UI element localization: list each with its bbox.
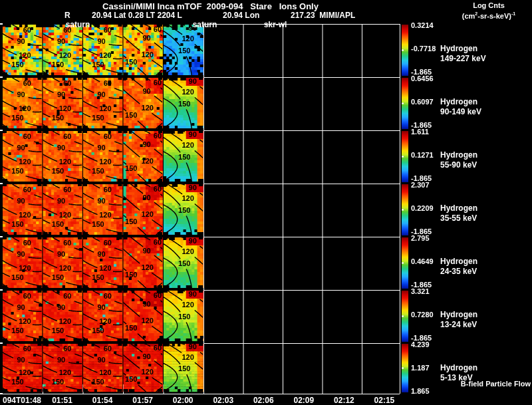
colorbar-mid-value: 1.187 <box>411 364 430 372</box>
top-axis-label: saturn <box>193 21 217 29</box>
time-tick-label: 094T01:48 <box>3 396 41 404</box>
colorbar-max-value: 0.6456 <box>411 75 434 82</box>
colorbar-max-value: 2.307 <box>411 182 430 189</box>
species-label: Hydrogen <box>440 364 477 372</box>
colorbar-max-value: 1.611 <box>411 128 429 136</box>
colorbar-mid-value: 0.2209 <box>411 205 434 212</box>
colorbar-mid-value: 0.4649 <box>411 258 434 265</box>
time-tick-label: 01:51 <box>52 396 72 404</box>
colorbar-mid-value: 0.6097 <box>411 98 434 106</box>
colorbar-max-value: 0.3214 <box>411 22 434 29</box>
time-tick-label: 02:09 <box>293 396 314 404</box>
energy-range-label: 13-24 keV <box>440 321 477 329</box>
colorbar-max-value: 2.795 <box>411 235 430 242</box>
header-orbit: 20.94 Lat 0.28 LT 2204 L <box>92 11 182 19</box>
header-misc: 217.23 MIMI/APL <box>291 11 355 19</box>
species-label: Hydrogen <box>440 311 477 319</box>
top-axis-label: skr-wl <box>264 21 287 29</box>
species-label: Hydrogen <box>440 45 477 53</box>
units-line2: (cm2-sr-s-keV)-1 <box>447 11 531 20</box>
energy-range-label: 5-13 keV <box>440 374 473 382</box>
time-tick-label: 02:15 <box>374 396 395 404</box>
energy-range-label: 90-149 keV <box>440 108 481 116</box>
cassini-mimi-display: Cassini/MIMI Inca mTOF 2009-094 Stare Io… <box>0 0 532 405</box>
colorbar-max-value: 3.321 <box>411 288 430 295</box>
time-tick-label: 02:03 <box>213 396 233 404</box>
top-axis-label: saturn <box>66 21 90 29</box>
time-tick-label: 02:06 <box>253 396 274 404</box>
species-label: Hydrogen <box>440 204 477 212</box>
time-tick-label: 02:00 <box>173 396 194 404</box>
species-label: Hydrogen <box>440 151 477 159</box>
units-line1: Log Cnts <box>459 2 519 9</box>
species-label: Hydrogen <box>440 257 477 265</box>
species-label: Hydrogen <box>440 98 477 106</box>
energy-range-label: 149-227 keV <box>440 55 486 63</box>
colorbar-min-value: 1.865 <box>411 388 430 395</box>
energy-range-label: 24-35 keV <box>440 267 477 275</box>
colorbar-mid-value: 0.1271 <box>411 152 434 159</box>
time-tick-label: 02:12 <box>334 396 354 404</box>
colorbar-mid-value: 0.7280 <box>411 311 434 319</box>
header-r-label: R <box>65 11 70 19</box>
energy-range-label: 55-90 keV <box>440 161 477 169</box>
time-tick-label: 01:54 <box>92 396 113 404</box>
colorbar-mid-value: -0.7718 <box>411 45 436 53</box>
plot-title: Cassini/MIMI Inca mTOF 2009-094 Stare Io… <box>0 2 421 11</box>
time-tick-label: 01:57 <box>132 396 153 404</box>
colorbar-max-value: 4.239 <box>411 341 430 348</box>
header-lon: 20.94 Lon <box>223 11 259 19</box>
energy-range-label: 35-55 keV <box>440 214 477 222</box>
